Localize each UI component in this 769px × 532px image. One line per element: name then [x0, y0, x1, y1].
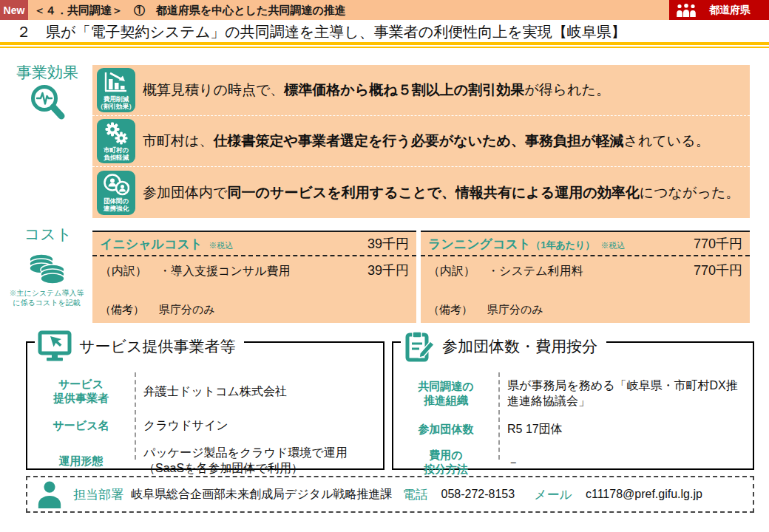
effect-tile-label: 団体間の 連携強化 — [97, 197, 135, 212]
effect-text-suffix: が得られた。 — [524, 82, 610, 98]
remarks-text: 県庁分のみ — [159, 303, 215, 317]
effect-tile: 費用削減 （割引効果） — [97, 68, 135, 112]
new-badge: New — [0, 0, 28, 20]
service-provider-rows: サービス 提供事業者 弁護士ドットコム株式会社 サービス名 クラウドサイン 運用… — [35, 372, 377, 466]
effect-text-bold: 同一のサービスを利用することで、情報共有による運用の効率化 — [227, 185, 639, 200]
row-label: 共同調達の 推進組織 — [401, 380, 491, 408]
effect-text-suffix: につながった。 — [640, 185, 740, 200]
initial-cost-breakdown: （内訳） ・導入支援コンサル費用 39千円 — [92, 256, 416, 279]
remarks-label: （備考） — [100, 303, 144, 317]
row-value: R5 17団体 — [491, 422, 563, 437]
running-cost-remarks: （備考） 県庁分のみ — [428, 303, 543, 317]
vertical-separator — [498, 372, 500, 460]
initial-cost-remarks: （備考） 県庁分のみ — [100, 303, 215, 317]
breakdown-label: （内訳） — [100, 264, 147, 279]
service-provider-box: サービス提供事業者等 サービス 提供事業者 弁護士ドットコム株式会社 サービス名… — [26, 341, 384, 470]
service-provider-title: サービス提供事業者等 — [79, 336, 235, 357]
effect-tile: 団体間の 連携強化 — [97, 171, 135, 215]
effect-row: 市町村の 負担軽減 市町村は、仕様書策定や事業者選定を行う必要がないため、事務負… — [92, 116, 750, 167]
effect-row: 団体間の 連携強化 参加団体内で同一のサービスを利用することで、情報共有による運… — [92, 167, 750, 218]
initial-cost-title: イニシャルコスト — [100, 236, 203, 253]
initial-cost-total: 39千円 — [367, 235, 409, 253]
effect-tile: 市町村の 負担軽減 — [97, 119, 135, 163]
remarks-text: 県庁分のみ — [487, 303, 543, 317]
participation-row: 参加団体数 R5 17団体 — [401, 415, 747, 443]
gold-divider — [0, 42, 769, 48]
contact-department: 岐阜県総合企画部未来創成局デジタル戦略推進課 — [131, 487, 393, 502]
provider-row: サービス名 クラウドサイン — [35, 411, 377, 440]
effect-text-prefix: 概算見積りの時点で、 — [143, 82, 284, 98]
breakdown-item: ・導入支援コンサル費用 — [159, 264, 291, 279]
phone-number: 058-272-8153 — [441, 488, 515, 501]
email-address: c11178@pref.gifu.lg.jp — [586, 488, 702, 501]
monitor-cursor-icon — [38, 330, 72, 363]
participation-rows: 共同調達の 推進組織 県が事務局を務める「岐阜県・市町村DX推進連絡協議会」 参… — [401, 372, 747, 466]
effect-text: 概算見積りの時点で、標準価格から概ね５割以上の割引効果が得られた。 — [143, 81, 742, 100]
row-value: クラウドサイン — [127, 418, 228, 434]
clipboard-pen-icon — [404, 330, 435, 363]
magnifier-pulse-icon — [27, 83, 70, 124]
prefecture-badge: 都道府県 — [669, 0, 769, 20]
effect-text-prefix: 参加団体内で — [143, 185, 227, 200]
row-label: 費用の 按分方法 — [401, 449, 491, 477]
row-label: サービス名 — [35, 419, 127, 433]
running-cost-title: ランニングコスト — [428, 236, 531, 253]
row-label: 参加団体数 — [401, 423, 491, 437]
cost-section-label: コスト — [16, 224, 80, 245]
three-people-icon — [676, 3, 697, 18]
effect-tile-label: 市町村の 負担軽減 — [97, 146, 135, 161]
vertical-separator — [135, 372, 136, 460]
cost-note: ※主にシステム導入等 に係るコストを記載 — [3, 288, 90, 307]
row-value: パッケージ製品をクラウド環境で運用 （SaaSを各参加団体で利用） — [127, 446, 348, 477]
row-label: サービス 提供事業者 — [35, 378, 127, 406]
row-value: － — [491, 455, 519, 471]
running-cost-header: ランニングコスト （1年あたり） ※税込 770千円 — [421, 232, 750, 256]
breakdown-value: 39千円 — [367, 262, 409, 279]
email-label: メール — [534, 486, 572, 503]
page-title: ＜４．共同調達＞ ① 都道府県を中心とした共同調達の推進 — [34, 0, 346, 20]
running-cost-breakdown: （内訳） ・システム利用料 770千円 — [421, 256, 750, 279]
breakdown-item: ・システム利用料 — [487, 264, 583, 279]
effect-text-bold: 標準価格から概ね５割以上の割引効果 — [284, 82, 524, 98]
provider-row: サービス 提供事業者 弁護士ドットコム株式会社 — [35, 372, 377, 411]
effect-text-suffix: されている。 — [623, 133, 709, 149]
row-label: 運用形態 — [35, 454, 127, 468]
contact-bar: 担当部署 岐阜県総合企画部未来創成局デジタル戦略推進課 電話 058-272-8… — [26, 476, 754, 513]
effect-text-bold: 仕様書策定や事業者選定を行う必要がないため、事務負担が軽減 — [213, 133, 623, 149]
person-icon — [36, 480, 63, 509]
initial-cost-box: イニシャルコスト ※税込 39千円 （内訳） ・導入支援コンサル費用 39千円 … — [92, 231, 416, 323]
remarks-label: （備考） — [428, 303, 472, 317]
breakdown-value: 770千円 — [694, 262, 742, 279]
coins-icon — [27, 247, 68, 285]
effects-panel: 費用削減 （割引効果） 概算見積りの時点で、標準価格から概ね５割以上の割引効果が… — [92, 65, 750, 218]
tax-note: ※税込 — [600, 240, 625, 251]
row-value: 県が事務局を務める「岐阜県・市町村DX推進連絡協議会」 — [491, 378, 747, 409]
running-cost-title-suffix: （1年あたり） — [531, 239, 594, 252]
gears-icon — [104, 122, 129, 146]
header-bar: New ＜４．共同調達＞ ① 都道府県を中心とした共同調達の推進 都道府県 — [0, 0, 769, 20]
cost-reduction-chart-icon — [104, 71, 129, 93]
running-cost-box: ランニングコスト （1年あたり） ※税込 770千円 （内訳） ・システム利用料… — [421, 231, 750, 323]
effect-text: 参加団体内で同一のサービスを利用することで、情報共有による運用の効率化につながっ… — [143, 183, 742, 202]
initial-cost-header: イニシャルコスト ※税込 39千円 — [92, 232, 416, 256]
row-value: 弁護士ドットコム株式会社 — [127, 384, 287, 400]
service-provider-legend: サービス提供事業者等 — [35, 330, 244, 364]
running-cost-total: 770千円 — [694, 235, 742, 253]
effects-section-label: 事業効果 — [7, 62, 87, 83]
breakdown-label: （内訳） — [428, 264, 475, 279]
phone-label: 電話 — [403, 486, 428, 503]
tax-note: ※税込 — [209, 240, 233, 251]
participation-title: 参加団体数・費用按分 — [442, 336, 597, 357]
effect-text-prefix: 市町村は、 — [143, 133, 213, 149]
participation-box: 参加団体数・費用按分 共同調達の 推進組織 県が事務局を務める「岐阜県・市町村D… — [392, 341, 754, 470]
effect-row: 費用削減 （割引効果） 概算見積りの時点で、標準価格から概ね５割以上の割引効果が… — [92, 65, 750, 116]
participation-legend: 参加団体数・費用按分 — [401, 330, 606, 364]
participation-row: 共同調達の 推進組織 県が事務局を務める「岐阜県・市町村DX推進連絡協議会」 — [401, 372, 747, 415]
contact-label: 担当部署 — [73, 486, 123, 503]
effect-text: 市町村は、仕様書策定や事業者選定を行う必要がないため、事務負担が軽減されている。 — [143, 132, 742, 151]
prefecture-badge-label: 都道府県 — [697, 4, 763, 17]
slide-subtitle: ２ 県が「電子契約システム」の共同調達を主導し、事業者の利便性向上を実現【岐阜県… — [16, 22, 626, 42]
group-link-icon — [103, 174, 129, 197]
effect-tile-label: 費用削減 （割引効果） — [97, 95, 135, 110]
